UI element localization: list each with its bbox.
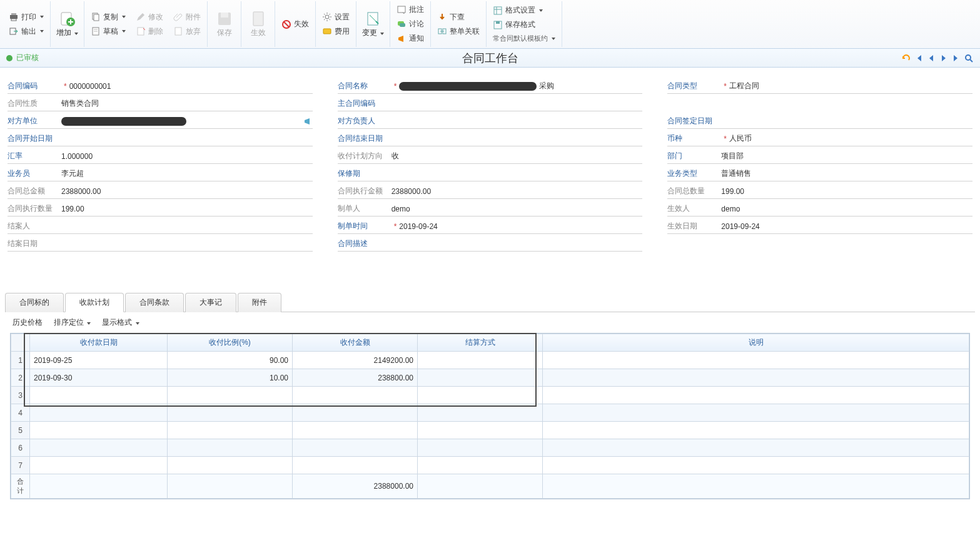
col-settle[interactable]: 结算方式 xyxy=(418,334,543,352)
field-maker[interactable]: demo xyxy=(391,203,643,215)
format-setting-button[interactable]: 格式设置 xyxy=(490,4,558,17)
field-main-code[interactable] xyxy=(391,103,643,105)
draft-button[interactable]: 草稿 xyxy=(88,25,128,38)
abandon-button[interactable]: 放弃 xyxy=(171,25,203,38)
cell-ratio[interactable] xyxy=(168,404,293,422)
field-closer[interactable] xyxy=(61,225,313,228)
field-biz-type[interactable]: 普通销售 xyxy=(721,167,972,180)
field-counter-person[interactable] xyxy=(391,120,643,123)
col-ratio[interactable]: 收付比例(%) xyxy=(168,334,293,352)
cell-date[interactable] xyxy=(30,457,168,474)
col-date[interactable]: 收付款日期 xyxy=(30,334,168,352)
field-end-date[interactable] xyxy=(391,138,643,140)
cell-amount[interactable] xyxy=(293,404,418,422)
tab-subject[interactable]: 合同标的 xyxy=(5,293,64,312)
cell-ratio[interactable]: 90.00 xyxy=(168,352,293,369)
tab-attachments[interactable]: 附件 xyxy=(238,293,281,312)
display-format-button[interactable]: 显示格式 xyxy=(102,317,139,328)
field-contract-code[interactable]: 0000000001 xyxy=(69,81,313,92)
field-total-amount[interactable]: 2388000.00 xyxy=(61,186,313,197)
cell-remark[interactable] xyxy=(543,387,969,404)
field-contract-type[interactable]: 工程合同 xyxy=(729,79,972,93)
table-row[interactable]: 6 xyxy=(11,439,969,457)
cell-ratio[interactable]: 10.00 xyxy=(168,369,293,387)
add-button[interactable]: 增加 xyxy=(51,1,84,47)
col-remark[interactable]: 说明 xyxy=(543,334,969,352)
field-warranty[interactable] xyxy=(391,173,643,175)
field-exec-amount[interactable]: 2388000.00 xyxy=(391,186,643,197)
search-icon[interactable] xyxy=(964,53,974,63)
cell-ratio[interactable] xyxy=(168,387,293,404)
delete-button[interactable]: 删除 xyxy=(133,25,166,38)
cell-date[interactable]: 2019-09-30 xyxy=(30,369,168,387)
cell-settle[interactable] xyxy=(418,352,543,369)
table-row[interactable]: 7 xyxy=(11,457,969,474)
cell-settle[interactable] xyxy=(418,387,543,404)
notify-button[interactable]: 通知 xyxy=(394,32,427,45)
field-currency[interactable]: 人民币 xyxy=(729,132,972,145)
cell-remark[interactable] xyxy=(543,404,969,422)
cell-amount[interactable]: 238800.00 xyxy=(293,369,418,387)
field-close-date[interactable] xyxy=(61,243,313,245)
invalid-button[interactable]: 失效 xyxy=(279,18,311,31)
tab-payment-plan[interactable]: 收款计划 xyxy=(65,293,124,312)
field-contract-nature[interactable]: 销售类合同 xyxy=(61,97,313,110)
field-contract-name[interactable]: 采购 xyxy=(399,79,642,93)
field-exec-qty[interactable]: 199.00 xyxy=(61,203,313,215)
settings-button[interactable]: 设置 xyxy=(320,11,352,24)
cell-settle[interactable] xyxy=(418,404,543,422)
field-effect-date[interactable]: 2019-09-24 xyxy=(721,221,972,232)
field-make-time[interactable]: 2019-09-24 xyxy=(399,221,642,232)
modify-button[interactable]: 修改 xyxy=(133,11,166,24)
attachment-button[interactable]: 附件 xyxy=(171,11,203,24)
copy-button[interactable]: 复制 xyxy=(88,11,128,24)
last-icon[interactable] xyxy=(951,53,961,63)
field-total-qty[interactable]: 199.00 xyxy=(721,186,972,197)
output-button[interactable]: 输出 xyxy=(6,25,46,38)
history-price-button[interactable]: 历史价格 xyxy=(13,317,43,328)
cell-settle[interactable] xyxy=(418,457,543,474)
first-icon[interactable] xyxy=(914,53,924,63)
tab-events[interactable]: 大事记 xyxy=(185,293,236,312)
cell-remark[interactable] xyxy=(543,352,969,369)
cell-date[interactable] xyxy=(30,422,168,439)
col-amount[interactable]: 收付金额 xyxy=(293,334,418,352)
table-row[interactable]: 5 xyxy=(11,422,969,439)
field-dept[interactable]: 项目部 xyxy=(721,150,972,163)
field-rate[interactable]: 1.000000 xyxy=(61,151,313,162)
cell-remark[interactable] xyxy=(543,457,969,474)
fee-button[interactable]: 费用 xyxy=(320,25,352,38)
effective-button[interactable]: 生效 xyxy=(241,1,275,47)
prev-icon[interactable] xyxy=(926,53,936,63)
lookup-icon[interactable] xyxy=(303,116,313,126)
table-row[interactable]: 22019-09-3010.00238800.00 xyxy=(11,369,969,387)
field-plan-dir[interactable]: 收 xyxy=(391,150,643,163)
table-row[interactable]: 4 xyxy=(11,404,969,422)
discuss-button[interactable]: 讨论 xyxy=(394,18,427,31)
field-salesman[interactable]: 李元超 xyxy=(61,167,313,180)
tab-terms[interactable]: 合同条款 xyxy=(125,293,184,312)
next-icon[interactable] xyxy=(939,53,949,63)
save-format-button[interactable]: 保存格式 xyxy=(490,18,558,31)
print-button[interactable]: 打印 xyxy=(6,11,46,24)
cell-amount[interactable] xyxy=(293,457,418,474)
cell-settle[interactable] xyxy=(418,439,543,457)
field-start-date[interactable] xyxy=(61,138,313,140)
cell-date[interactable] xyxy=(30,387,168,404)
down-check-button[interactable]: 下查 xyxy=(435,11,482,24)
field-sign-date[interactable] xyxy=(721,120,972,123)
save-button[interactable]: 保存 xyxy=(208,1,241,47)
table-row[interactable]: 3 xyxy=(11,387,969,404)
cell-ratio[interactable] xyxy=(168,439,293,457)
cell-amount[interactable] xyxy=(293,422,418,439)
cell-remark[interactable] xyxy=(543,439,969,457)
cell-date[interactable]: 2019-09-25 xyxy=(30,352,168,369)
cell-remark[interactable] xyxy=(543,369,969,387)
cell-date[interactable] xyxy=(30,439,168,457)
whole-relation-button[interactable]: 整单关联 xyxy=(435,25,482,38)
table-row[interactable]: 12019-09-2590.002149200.00 xyxy=(11,352,969,369)
cell-date[interactable] xyxy=(30,404,168,422)
annotation-button[interactable]: 批注 xyxy=(394,3,427,16)
refresh-icon[interactable] xyxy=(901,53,911,63)
field-desc[interactable] xyxy=(391,243,643,245)
